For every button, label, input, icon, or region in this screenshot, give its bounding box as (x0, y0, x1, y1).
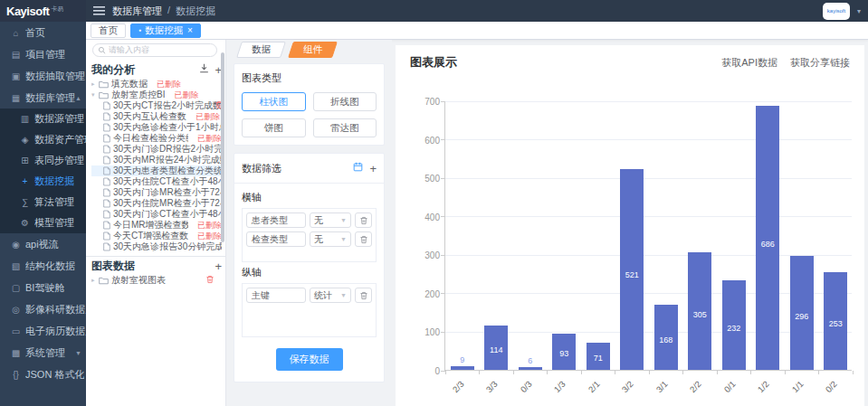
sidebar-item-database[interactable]: ▦数据库管理▲ (0, 87, 86, 109)
tab-home[interactable]: 首页 (91, 24, 126, 38)
file-icon (103, 210, 110, 219)
tree-file-row[interactable]: 30天内患者类型检查分类统计 (91, 165, 222, 176)
tree-file-row[interactable]: 30天内互认检查数已删除 (91, 111, 222, 122)
file-icon (103, 231, 110, 241)
chart-type-button[interactable]: 雷达图 (313, 118, 377, 137)
save-data-button[interactable]: 保存数据 (276, 348, 343, 371)
tree-file-row[interactable]: 30天内门诊MR检查小于72小时总计 (91, 187, 222, 198)
chart-config-panel: 数据组件 图表类型 柱状图折线图饼图雷达图 数据筛选 + 横轴 (226, 40, 392, 406)
get-api-data-link[interactable]: 获取API数据 (721, 56, 777, 70)
file-icon (103, 221, 110, 230)
breadcrumb-item[interactable]: 数据挖掘 (176, 5, 215, 18)
tree-file-row[interactable]: 30天内门诊DR报告2小时完成数 (91, 144, 222, 155)
caret-right-icon[interactable]: ▸ (91, 80, 99, 88)
search-input[interactable]: 请输入内容 (92, 43, 217, 57)
breadcrumb-separator: / (167, 5, 170, 18)
aggregation-value: 统计 (314, 289, 332, 302)
sidebar-item-data-asset[interactable]: ◈数据资产管理 (0, 129, 86, 150)
calendar-icon[interactable] (353, 162, 363, 175)
aggregation-select[interactable]: 无▼ (310, 231, 351, 247)
config-tab-component[interactable]: 组件 (288, 42, 338, 58)
tab-data-mining-label: 数据挖掘 (145, 24, 183, 37)
sidebar-item-label: 表同步管理 (34, 154, 84, 167)
sidebar-item-model[interactable]: ⚙模型管理 (0, 212, 86, 233)
home-icon: ⌂ (10, 28, 22, 38)
sidebar-item-imaging-db[interactable]: ◎影像科研数据库 (0, 298, 86, 320)
tree-file-row[interactable]: 30天内MR报告24小时完成数 (91, 155, 222, 165)
delete-field-button[interactable] (355, 231, 372, 247)
x-axis-tick-label: 0/3 (492, 379, 534, 406)
sidebar-item-data-mining[interactable]: +数据挖掘 (0, 171, 86, 192)
sidebar-item-project[interactable]: ▤项目管理 (0, 43, 86, 65)
bar[interactable] (519, 367, 542, 370)
tree-file-row[interactable]: 今天CT增强检查数已删除 (91, 231, 222, 241)
tree-file-row[interactable]: 30天内急诊检查小于1小时总计 (91, 122, 222, 133)
tab-data-mining[interactable]: ● 数据挖掘 × (130, 24, 201, 38)
sidebar-item-label: 影像科研数据库 (25, 303, 86, 316)
sidebar-item-data-source[interactable]: ▥数据源管理 (0, 109, 86, 129)
user-avatar[interactable]: kayisoft (823, 3, 850, 20)
brand-suffix: 卡易 (51, 5, 63, 14)
tree-file-row[interactable]: 30天内急诊报告30分钟完成数 (91, 241, 222, 252)
y-axis-tick-label: 100 (402, 327, 440, 337)
tree-folder-row[interactable]: ▸填充数据已删除 (91, 79, 222, 90)
get-share-link[interactable]: 获取分享链接 (790, 56, 850, 70)
add-chart-data-button[interactable]: + (215, 260, 222, 272)
chart-type-button[interactable]: 柱状图 (242, 92, 306, 111)
chart-type-button[interactable]: 饼图 (242, 118, 306, 137)
bar[interactable] (451, 366, 474, 370)
caret-down-icon[interactable]: ▾ (91, 91, 99, 99)
delete-field-button[interactable] (355, 288, 372, 303)
sidebar-item-home[interactable]: ⌂首页 (0, 22, 86, 43)
tree-file-row[interactable]: 30天内住院MR检查小于72小时总计 (91, 198, 222, 209)
scrollbar-thumb[interactable] (221, 52, 224, 242)
tree-file-row[interactable]: 30天内住院CT检查小于48小时总计 (91, 176, 222, 187)
content-area: 请输入内容 我的分析 + ▸填充数据已删除▾放射室质控BI已删除30天内CT报告… (86, 40, 868, 406)
sidebar-item-label: 数据库管理 (25, 91, 75, 105)
add-filter-button[interactable]: + (369, 163, 377, 175)
sidebar-item-data-extract[interactable]: ▣数据抽取管理▼ (0, 65, 86, 87)
hamburger-icon[interactable] (93, 6, 105, 15)
sidebar-item-json-format[interactable]: {}JSON 格式化 (0, 364, 86, 385)
breadcrumb-item[interactable]: 数据库管理 (112, 5, 162, 18)
active-dot-icon: ● (138, 28, 141, 33)
sidebar-item-structured-data[interactable]: ▧结构化数据 (0, 255, 86, 277)
tree-file-row[interactable]: 30天内门诊CT检查小于48小时总计 (91, 209, 222, 220)
sidebar-item-bi-cockpit[interactable]: ▢BI驾驶舱 (0, 277, 86, 298)
sidebar-item-api[interactable]: ◉api视流 (0, 233, 86, 255)
sidebar-item-emr-qc[interactable]: ▭电子病历数据质控 (0, 320, 86, 342)
deleted-tag: 已删除 (197, 133, 222, 144)
delete-icon[interactable] (205, 275, 215, 286)
chart-type-button[interactable]: 折线图 (313, 92, 377, 111)
project-icon: ▤ (10, 50, 22, 60)
sidebar-item-table-sync[interactable]: ⊞表同步管理 (0, 150, 86, 171)
brand-name: Kayisoft (6, 5, 49, 18)
config-tab-data[interactable]: 数据 (236, 42, 286, 58)
gridline (445, 178, 852, 179)
aggregation-select[interactable]: 无▼ (310, 212, 351, 228)
sidebar-item-algorithm[interactable]: ∑算法管理 (0, 192, 86, 212)
chart-data-folder-row[interactable]: ▸ 放射室视图表 (91, 275, 222, 286)
tree-folder-row[interactable]: ▾放射室质控BI已删除 (91, 90, 222, 100)
axis-field-row: 主键统计▼ (246, 288, 372, 303)
download-icon[interactable] (199, 63, 209, 76)
close-icon[interactable]: × (187, 25, 193, 35)
chevron-down-icon[interactable]: ▾ (857, 7, 861, 15)
sidebar-item-label: 数据源管理 (34, 112, 84, 126)
x-axis-tick-label: 2/3 (424, 379, 466, 406)
x-axis-tick-label: 3/1 (628, 379, 670, 406)
x-axis-tick (649, 371, 650, 374)
file-icon (103, 177, 110, 186)
axis-field-name[interactable]: 主键 (246, 288, 306, 303)
bar[interactable] (756, 106, 779, 370)
aggregation-select[interactable]: 统计▼ (310, 288, 351, 303)
delete-field-button[interactable] (355, 212, 372, 228)
tree-file-row[interactable]: 今日检查检验分类统计已删除 (91, 133, 222, 144)
axis-field-name[interactable]: 检查类型 (246, 231, 306, 247)
data-extract-icon: ▣ (10, 71, 22, 81)
tree-file-row[interactable]: 30天内CT报告2小时完成数 (91, 100, 222, 111)
sidebar-item-system[interactable]: ▩系统管理▼ (0, 342, 86, 364)
tree-node-label: 今日检查检验分类统计 (113, 133, 188, 144)
axis-field-name[interactable]: 患者类型 (246, 212, 306, 228)
tree-file-row[interactable]: 今日MR增强检查数已删除 (91, 220, 222, 231)
